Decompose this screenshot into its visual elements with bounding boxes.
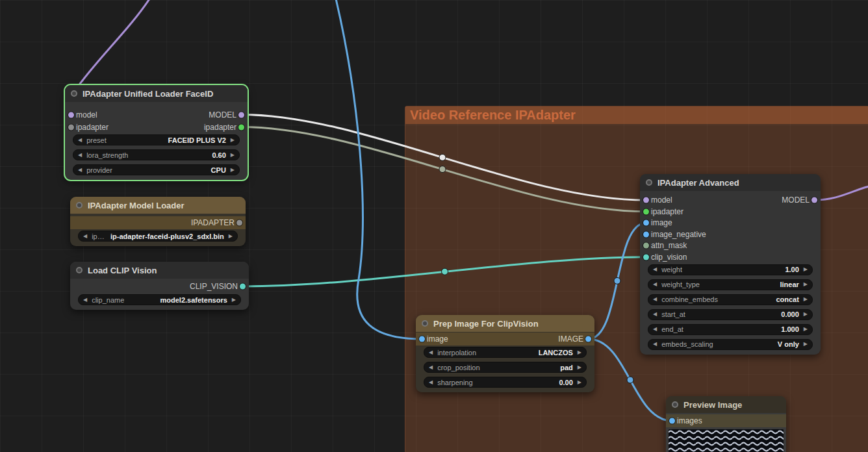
node-preview-image[interactable]: Preview Image images [666, 396, 786, 452]
widget-embeds-scaling[interactable]: ◀ embeds_scaling V only ▶ [648, 339, 813, 350]
widget-decrease-icon[interactable]: ◀ [78, 168, 82, 173]
input-slot-ipadapter-dot[interactable] [643, 208, 649, 214]
widget-decrease-icon[interactable]: ◀ [78, 153, 82, 158]
widget-increase-icon[interactable]: ▶ [229, 234, 233, 239]
output-label: MODEL [209, 110, 236, 119]
node-prep-image-for-clipvision[interactable]: Prep Image For ClipVision image IMAGE ◀ … [416, 315, 594, 392]
node-ipadapter-unified-loader-faceid[interactable]: IPAdapter Unified Loader FaceID model MO… [65, 85, 248, 180]
widget-increase-icon[interactable]: ▶ [804, 282, 808, 287]
widget-increase-icon[interactable]: ▶ [578, 350, 581, 355]
input-label: attn_mask [651, 241, 687, 250]
widget-value: 0.60 [212, 151, 225, 159]
input-slot-image-dot[interactable] [643, 220, 649, 226]
output-slot-clip-vision-dot[interactable] [240, 284, 246, 290]
widget-decrease-icon[interactable]: ◀ [653, 282, 657, 287]
widget-decrease-icon[interactable]: ◀ [653, 342, 657, 347]
widget-label: end_at [661, 325, 683, 333]
widget-decrease-icon[interactable]: ◀ [83, 297, 87, 303]
widget-decrease-icon[interactable]: ◀ [78, 138, 82, 143]
node-title-bar[interactable]: IPAdapter Advanced [640, 174, 821, 191]
widget-sharpening[interactable]: ◀ sharpening 0.00 ▶ [424, 377, 587, 388]
widget-increase-icon[interactable]: ▶ [231, 168, 235, 173]
input-slot-attn-mask-dot[interactable] [643, 243, 649, 249]
collapse-dot-icon[interactable] [71, 90, 77, 97]
widget-decrease-icon[interactable]: ◀ [653, 312, 657, 317]
widget-increase-icon[interactable]: ▶ [804, 327, 808, 332]
input-slot-model-dot[interactable] [643, 197, 649, 203]
widget-increase-icon[interactable]: ▶ [804, 267, 808, 272]
output-slot-ipadapter-dot[interactable] [236, 220, 242, 226]
node-ipadapter-advanced[interactable]: IPAdapter Advanced model MODEL ipadapter… [640, 174, 821, 355]
input-slot-clip-vision-dot[interactable] [643, 254, 649, 260]
widget-increase-icon[interactable]: ▶ [804, 297, 808, 302]
widget-decrease-icon[interactable]: ◀ [429, 350, 433, 355]
widget-decrease-icon[interactable]: ◀ [653, 267, 657, 272]
widget-value: CPU [211, 166, 226, 174]
input-slot-image-negative-dot[interactable] [643, 231, 649, 237]
input-slot-ipadapter-dot[interactable] [68, 124, 74, 130]
widget-label: preset [86, 136, 107, 144]
node-title: Load CLIP Vision [88, 266, 157, 275]
slot-row: clip_vision [640, 251, 821, 263]
node-load-clip-vision[interactable]: Load CLIP Vision CLIP_VISION ◀ clip_name… [70, 262, 249, 310]
node-title-bar[interactable]: Preview Image [666, 396, 786, 413]
widget-end-at[interactable]: ◀ end_at 1.000 ▶ [648, 324, 813, 335]
widget-crop-position[interactable]: ◀ crop_position pad ▶ [424, 362, 587, 373]
widget-increase-icon[interactable]: ▶ [232, 297, 236, 303]
collapse-dot-icon[interactable] [646, 179, 652, 186]
widget-weight[interactable]: ◀ weight 1.00 ▶ [648, 264, 813, 275]
output-slot-ipadapter-dot[interactable] [238, 124, 244, 130]
widget-combine-embeds[interactable]: ◀ combine_embeds concat ▶ [648, 294, 813, 305]
output-slot-image-dot[interactable] [585, 336, 591, 342]
input-label: model [76, 110, 97, 119]
node-title: IPAdapter Model Loader [88, 201, 185, 210]
node-title-bar[interactable]: IPAdapter Model Loader [70, 197, 246, 214]
widget-decrease-icon[interactable]: ◀ [83, 234, 87, 239]
widget-decrease-icon[interactable]: ◀ [429, 365, 433, 370]
graph-canvas[interactable]: Video Reference IPAdapter IPAdapter Unif… [0, 0, 868, 452]
node-title: IPAdapter Advanced [657, 178, 739, 188]
widget-increase-icon[interactable]: ▶ [804, 342, 808, 347]
widget-weight-type[interactable]: ◀ weight_type linear ▶ [648, 279, 813, 290]
group-header[interactable]: Video Reference IPAdapter [405, 107, 868, 124]
widget-value: 0.000 [781, 310, 799, 318]
input-slot-model-dot[interactable] [68, 112, 74, 118]
widget-value: V only [778, 340, 799, 348]
widget-increase-icon[interactable]: ▶ [578, 365, 581, 370]
widget-decrease-icon[interactable]: ◀ [653, 297, 657, 302]
node-title-bar[interactable]: IPAdapter Unified Loader FaceID [65, 85, 248, 102]
widget-lora-strength[interactable]: ◀ lora_strength 0.60 ▶ [73, 149, 240, 160]
widget-label: ipadapter_file [92, 232, 106, 240]
widget-increase-icon[interactable]: ▶ [231, 153, 235, 158]
widget-label: interpolation [437, 349, 476, 357]
node-title: Prep Image For ClipVision [433, 319, 539, 329]
widget-increase-icon[interactable]: ▶ [578, 380, 581, 385]
node-ipadapter-model-loader[interactable]: IPAdapter Model Loader IPADAPTER ◀ ipada… [70, 197, 246, 246]
output-label: IPADAPTER [191, 218, 235, 227]
widget-increase-icon[interactable]: ▶ [231, 138, 235, 143]
widget-ipadapter-file[interactable]: ◀ ipadapter_file ip-adapter-faceid-plusv… [78, 231, 238, 242]
collapse-dot-icon[interactable] [76, 267, 83, 273]
widget-preset[interactable]: ◀ preset FACEID PLUS V2 ▶ [73, 134, 240, 145]
collapse-dot-icon[interactable] [76, 202, 83, 208]
node-title: Preview Image [683, 400, 742, 410]
input-slot-image-dot[interactable] [419, 336, 425, 342]
widget-decrease-icon[interactable]: ◀ [653, 327, 657, 332]
input-slot-images-dot[interactable] [669, 418, 675, 424]
widget-provider[interactable]: ◀ provider CPU ▶ [73, 164, 240, 175]
collapse-dot-icon[interactable] [672, 401, 678, 408]
node-title-bar[interactable]: Prep Image For ClipVision [416, 315, 594, 332]
widget-increase-icon[interactable]: ▶ [804, 312, 808, 317]
node-title-bar[interactable]: Load CLIP Vision [70, 262, 249, 279]
widget-interpolation[interactable]: ◀ interpolation LANCZOS ▶ [424, 347, 587, 358]
widget-value: ip-adapter-faceid-plusv2_sdxl.bin [110, 232, 224, 240]
output-slot-model-dot[interactable] [811, 197, 817, 203]
widget-clip-name[interactable]: ◀ clip_name model2.safetensors ▶ [78, 294, 241, 305]
output-slot-model-dot[interactable] [238, 112, 244, 118]
widget-start-at[interactable]: ◀ start_at 0.000 ▶ [648, 309, 813, 320]
widget-decrease-icon[interactable]: ◀ [429, 380, 433, 385]
input-label: images [677, 416, 702, 425]
widget-value: concat [776, 295, 798, 303]
input-label: ipadapter [651, 207, 683, 216]
collapse-dot-icon[interactable] [422, 320, 428, 327]
